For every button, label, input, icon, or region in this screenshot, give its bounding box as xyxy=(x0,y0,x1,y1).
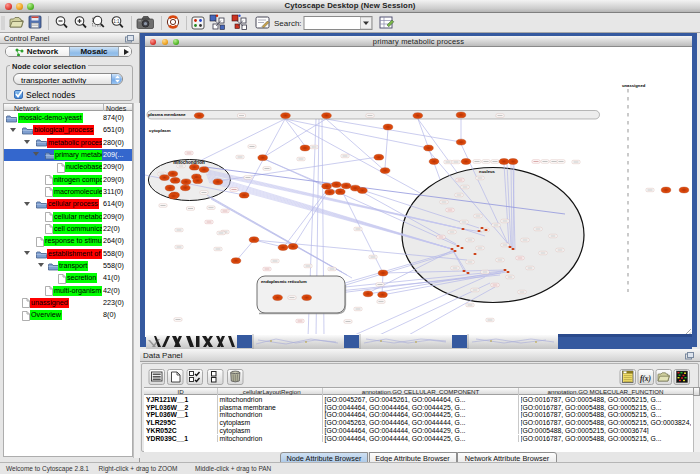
svg-text:nucleus: nucleus xyxy=(479,169,495,174)
svg-text:plasma membrane: plasma membrane xyxy=(148,112,186,117)
svg-text:mitochondrion: mitochondrion xyxy=(173,160,205,165)
svg-text:unassigned: unassigned xyxy=(622,83,646,88)
svg-text:f(x): f(x) xyxy=(640,374,652,383)
svg-text:Search:: Search: xyxy=(274,19,302,28)
svg-text:endoplasmic reticulum: endoplasmic reticulum xyxy=(261,279,307,284)
svg-text:cytoplasm: cytoplasm xyxy=(149,128,171,133)
svg-text:1:1: 1:1 xyxy=(113,19,120,24)
